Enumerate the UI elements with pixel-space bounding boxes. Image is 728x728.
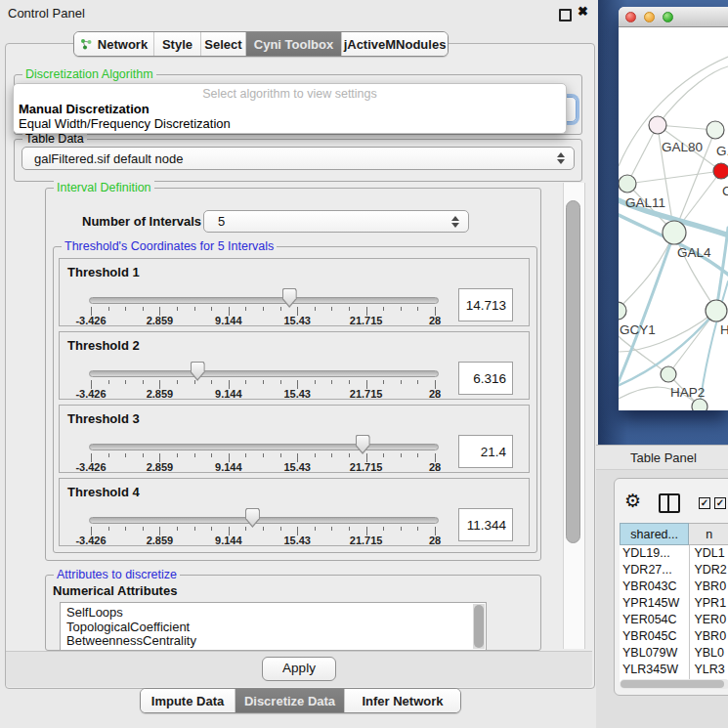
axis-tick-label: 28	[429, 388, 441, 400]
axis-tick-label: 28	[429, 535, 441, 546]
node-label: GCY1	[620, 322, 656, 337]
shared-name-cell[interactable]: YER054C	[620, 612, 690, 628]
name-cell[interactable]: YBR0	[690, 578, 728, 595]
close-traffic-icon[interactable]	[625, 12, 636, 22]
thresholds-group-label: Threshold's Coordinates for 5 Intervals	[62, 239, 277, 253]
table-row[interactable]: YDR27...YDR2	[620, 562, 728, 578]
shared-name-cell[interactable]: YDR27...	[620, 562, 690, 578]
network-node[interactable]	[619, 302, 626, 320]
network-node[interactable]	[707, 121, 724, 139]
attribute-list-item[interactable]: BetweennessCentrality	[61, 634, 486, 649]
shared-name-cell[interactable]: YPR145W	[620, 595, 690, 612]
table-data-combobox[interactable]: galFiltered.sif default node	[21, 147, 575, 170]
name-cell[interactable]: YPR1	[690, 595, 728, 612]
interval-definition-label: Interval Definition	[54, 181, 154, 194]
apply-button[interactable]: Apply	[262, 657, 336, 681]
table-horizontal-scrollbar[interactable]	[620, 679, 728, 689]
tab-impute-data[interactable]: Impute Data	[141, 689, 236, 712]
tab-infer-network[interactable]: Infer Network	[345, 689, 460, 712]
name-cell[interactable]: YER0	[690, 612, 728, 628]
column-header-name[interactable]: n	[689, 523, 728, 545]
slider-track[interactable]	[89, 444, 439, 450]
checkbox-icon[interactable]: ✓	[699, 497, 710, 509]
network-window-titlebar[interactable]	[619, 7, 728, 27]
slider-thumb[interactable]	[245, 508, 260, 528]
table-row[interactable]: YLR345WYLR3	[620, 662, 728, 678]
tab-jactivemnodules[interactable]: jActiveMNodules	[342, 32, 448, 56]
attribute-list-item[interactable]: TopologicalCoefficient	[61, 621, 486, 635]
axis-tick-label: -3.426	[75, 461, 106, 473]
tab-select[interactable]: Select	[201, 32, 246, 56]
node-label: C	[722, 184, 728, 198]
axis-tick-label: 21.715	[350, 315, 383, 326]
name-cell[interactable]: YDR2	[690, 562, 728, 578]
float-window-icon[interactable]	[559, 9, 572, 21]
tab-network[interactable]: Network	[74, 32, 154, 56]
node-label: G.	[716, 144, 728, 158]
slider-track[interactable]	[89, 370, 439, 377]
slider-thumb[interactable]	[282, 288, 297, 308]
shared-name-cell[interactable]: YBR043C	[620, 578, 690, 595]
threshold-value-input[interactable]	[458, 362, 513, 395]
name-cell[interactable]: YBL0	[690, 645, 728, 662]
slider-thumb[interactable]	[191, 362, 205, 381]
threshold-panel: Threshold 1-3.4262.8599.14415.4321.71528	[59, 258, 530, 326]
slider-track[interactable]	[89, 517, 439, 524]
shared-name-cell[interactable]: YBL079W	[620, 645, 690, 662]
split-columns-icon[interactable]	[659, 493, 680, 513]
algorithm-option-equal-width[interactable]: Equal Width/Frequency Discretization	[17, 116, 231, 131]
network-canvas[interactable]: GAL80G.CGAL11GAL4GCY1HHAP2	[619, 27, 728, 410]
shared-name-cell[interactable]: YDL19...	[620, 545, 690, 562]
table-row[interactable]: YBL079WYBL0	[620, 645, 728, 662]
algorithm-option-manual[interactable]: Manual Discretization	[17, 102, 150, 116]
name-cell[interactable]: YLR3	[690, 662, 728, 678]
control-panel-tabbar: NetworkStyleSelectCyni ToolboxjActiveMNo…	[73, 31, 449, 57]
tab-cyni-toolbox[interactable]: Cyni Toolbox	[246, 32, 342, 56]
slider-thumb[interactable]	[356, 435, 370, 454]
shared-name-cell[interactable]: YLR345W	[620, 662, 690, 678]
table-horizontal-scrollbar-thumb[interactable]	[621, 680, 724, 688]
table-row[interactable]: YPR145WYPR1	[620, 595, 728, 612]
column-header-shared-name[interactable]: shared...	[620, 523, 689, 545]
slider-track[interactable]	[89, 297, 439, 304]
network-node[interactable]	[661, 366, 676, 382]
threshold-label: Threshold 4	[67, 485, 140, 499]
axis-tick-label: 9.144	[215, 388, 242, 400]
table-row[interactable]: YER054CYER0	[620, 612, 728, 628]
name-cell[interactable]: YBR0	[690, 628, 728, 645]
network-node[interactable]	[692, 399, 707, 410]
list-scrollbar-thumb[interactable]	[474, 605, 484, 648]
network-node[interactable]	[649, 116, 666, 134]
network-node[interactable]	[619, 175, 636, 193]
threshold-value-input[interactable]	[458, 435, 513, 468]
axis-tick-label: 2.859	[147, 461, 174, 473]
threshold-value-input[interactable]	[458, 288, 513, 321]
checkbox-icon[interactable]: ✓	[714, 497, 726, 509]
name-cell[interactable]: YDL1	[690, 545, 728, 562]
threshold-panel: Threshold 2-3.4262.8599.14415.4321.71528	[59, 331, 530, 400]
gear-icon[interactable]: ⚙	[624, 492, 641, 510]
shared-name-cell[interactable]: YBR045C	[620, 628, 690, 645]
panel-scrollbar-thumb[interactable]	[566, 200, 580, 543]
axis-tick-label: 9.144	[215, 315, 242, 326]
attribute-list-item[interactable]: SelfLoops	[61, 603, 486, 621]
close-icon[interactable]: ✖	[578, 4, 588, 19]
tab-style[interactable]: Style	[154, 32, 201, 56]
threshold-value-input[interactable]	[458, 508, 513, 541]
axis-tick-label: -3.426	[75, 315, 106, 326]
axis-tick-label: 2.859	[147, 388, 174, 400]
table-row[interactable]: YBR045CYBR0	[620, 628, 728, 645]
table-row[interactable]: YBR043CYBR0	[620, 578, 728, 595]
node-label: GAL80	[662, 140, 703, 154]
zoom-traffic-icon[interactable]	[663, 12, 673, 22]
axis-tick-label: -3.426	[75, 535, 106, 546]
network-node[interactable]	[706, 300, 727, 321]
table-row[interactable]: YDL19...YDL1	[620, 545, 728, 562]
minimize-traffic-icon[interactable]	[644, 12, 655, 22]
control-panel-titlebar: Control Panel ✖	[0, 0, 596, 26]
network-node[interactable]	[663, 221, 686, 244]
number-of-intervals-combobox[interactable]: 5	[203, 210, 469, 233]
list-scrollbar[interactable]	[473, 604, 485, 649]
network-node[interactable]	[713, 163, 728, 179]
tab-discretize-data[interactable]: Discretize Data	[236, 689, 345, 712]
